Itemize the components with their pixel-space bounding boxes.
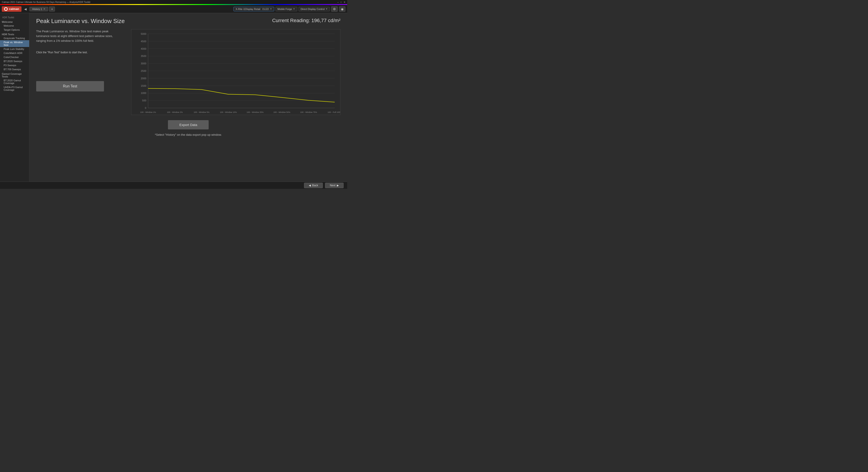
next-button[interactable]: Next ▶ bbox=[325, 183, 344, 188]
svg-text:100 - Full 100%: 100 - Full 100% bbox=[328, 111, 340, 113]
gear-button[interactable]: ⚙ bbox=[331, 6, 338, 12]
sidebar-item-peak-window[interactable]: Peak vs. Window Size bbox=[0, 40, 29, 47]
history-tab-close[interactable]: ✕ bbox=[43, 8, 45, 10]
history-note: *Select "History" on the data export pop… bbox=[36, 133, 340, 136]
settings-button[interactable]: ◉ bbox=[339, 6, 345, 12]
back-arrow-icon: ◀ bbox=[309, 184, 311, 187]
top-section: The Peak Luminance vs. Window Size test … bbox=[36, 29, 340, 115]
back-label: Back bbox=[312, 184, 318, 187]
content-area: Peak Luminance vs. Window Size Current R… bbox=[29, 13, 347, 181]
meter-arrow-icon: ▼ bbox=[270, 8, 272, 10]
svg-text:4500: 4500 bbox=[141, 40, 146, 43]
sidebar-item-uhda-p3-gamut[interactable]: UHDA-P3 Gamut Coverage bbox=[0, 85, 29, 92]
page-title: Peak Luminance vs. Window Size bbox=[36, 18, 125, 25]
top-right-controls: X-Rite i1Display Retail OLED ▼ Mobile Fo… bbox=[234, 6, 345, 12]
meter-label: X-Rite i1Display Retail bbox=[236, 8, 260, 10]
minimize-button[interactable]: – bbox=[337, 1, 339, 3]
svg-text:100 - Window 1%: 100 - Window 1% bbox=[140, 111, 156, 113]
svg-text:0: 0 bbox=[145, 107, 146, 109]
svg-text:100 - Window 25%: 100 - Window 25% bbox=[247, 111, 264, 113]
toolbar: calman ◀ History 1 ✕ + X-Rite i1Display … bbox=[0, 5, 347, 13]
sidebar-item-p3-sweeps[interactable]: P3 Sweeps bbox=[0, 63, 29, 67]
meter-sub-label: OLED bbox=[262, 8, 269, 10]
title-bar-controls[interactable]: – □ ✕ bbox=[337, 1, 345, 3]
sidebar-item-bt709-sweeps[interactable]: BT.709 Sweeps bbox=[0, 67, 29, 71]
chart-svg: 5000 4500 4000 3500 3000 2500 2000 1500 bbox=[131, 29, 340, 115]
title-bar-text: Calman 2021 Calman Ultimate for Business… bbox=[2, 1, 90, 3]
description-text: The Peak Luminance vs. Window Size test … bbox=[36, 29, 122, 43]
sidebar-item-colormatch[interactable]: ColorMatch HDR bbox=[0, 51, 29, 55]
display-label: Direct Display Control bbox=[301, 8, 324, 10]
sidebar-item-colorchecker[interactable]: ColorChecker bbox=[0, 55, 29, 59]
sidebar: HDR Toolkit Welcome Welcome Target Optio… bbox=[0, 13, 29, 181]
svg-text:100 - Window 10%: 100 - Window 10% bbox=[220, 111, 237, 113]
display-dropdown[interactable]: Direct Display Control ▼ bbox=[299, 7, 330, 11]
svg-text:3500: 3500 bbox=[141, 55, 146, 57]
sidebar-item-welcome[interactable]: Welcome bbox=[0, 24, 29, 28]
sidebar-item-bt2020-gamut[interactable]: BT.2020 Gamut Coverage bbox=[0, 78, 29, 85]
svg-point-0 bbox=[5, 8, 7, 10]
svg-text:3000: 3000 bbox=[141, 62, 146, 65]
close-button[interactable]: ✕ bbox=[344, 1, 345, 3]
history-tab-area: History 1 ✕ + bbox=[29, 6, 232, 11]
back-button[interactable]: ◀ Back bbox=[304, 183, 323, 188]
chart-container: 5000 4500 4000 3500 3000 2500 2000 1500 bbox=[131, 29, 340, 115]
display-arrow-icon: ▼ bbox=[326, 8, 328, 10]
svg-text:5000: 5000 bbox=[141, 33, 146, 35]
nav-arrow-button[interactable]: ◀ bbox=[23, 6, 28, 12]
forge-arrow-icon: ▼ bbox=[293, 8, 295, 10]
svg-text:1500: 1500 bbox=[141, 85, 146, 87]
forge-label: Mobile Forge bbox=[278, 8, 292, 10]
next-label: Next bbox=[330, 184, 336, 187]
current-reading: Current Reading: 196,77 cd/m² bbox=[272, 18, 340, 24]
description-area: The Peak Luminance vs. Window Size test … bbox=[36, 29, 122, 115]
svg-text:500: 500 bbox=[142, 99, 146, 102]
bottom-bar: ◀ Back Next ▶ bbox=[0, 181, 347, 189]
run-test-button[interactable]: Run Test bbox=[36, 81, 104, 92]
sidebar-item-grayscale[interactable]: Grayscale Tracking bbox=[0, 36, 29, 40]
svg-text:2500: 2500 bbox=[141, 70, 146, 72]
svg-text:100 - Window 75%: 100 - Window 75% bbox=[300, 111, 317, 113]
forge-dropdown[interactable]: Mobile Forge ▼ bbox=[276, 7, 297, 11]
title-bar: Calman 2021 Calman Ultimate for Business… bbox=[0, 0, 347, 4]
welcome-section-title: Welcome bbox=[0, 20, 29, 24]
export-data-button[interactable]: Export Data bbox=[168, 120, 209, 129]
main-layout: HDR Toolkit Welcome Welcome Target Optio… bbox=[0, 13, 347, 181]
click-instruction: Click the "Run Test" button to start the… bbox=[36, 51, 122, 54]
sidebar-item-peak-lum[interactable]: Peak Lum Stability bbox=[0, 47, 29, 51]
svg-text:2000: 2000 bbox=[141, 77, 146, 80]
next-arrow-icon: ▶ bbox=[337, 184, 339, 187]
luminance-chart-line bbox=[148, 89, 335, 102]
maximize-button[interactable]: □ bbox=[340, 1, 342, 3]
svg-text:1000: 1000 bbox=[141, 92, 146, 94]
hdr-toolkit-label: HDR Toolkit bbox=[0, 15, 29, 20]
sidebar-item-bt2020-sweeps[interactable]: BT.2020 Sweeps bbox=[0, 59, 29, 63]
svg-text:100 - Window 50%: 100 - Window 50% bbox=[273, 111, 290, 113]
hdr-tests-title: HDR Tests bbox=[0, 32, 29, 36]
meter-dropdown[interactable]: X-Rite i1Display Retail OLED ▼ bbox=[234, 7, 274, 11]
logo-icon bbox=[4, 7, 8, 11]
svg-text:4000: 4000 bbox=[141, 47, 146, 50]
logo-area[interactable]: calman bbox=[2, 6, 22, 12]
history-tab-label: History 1 bbox=[32, 8, 42, 10]
logo-text: calman bbox=[9, 7, 19, 11]
history-tab[interactable]: History 1 ✕ bbox=[29, 7, 48, 11]
svg-text:100 - Window 2%: 100 - Window 2% bbox=[167, 111, 183, 113]
bottom-section: Export Data *Select "History" on the dat… bbox=[36, 120, 340, 136]
sidebar-item-target-options[interactable]: Target Options bbox=[0, 28, 29, 32]
svg-text:100 - Window 5%: 100 - Window 5% bbox=[194, 111, 210, 113]
gamut-tests-title: Gamut Coverage Tests bbox=[0, 71, 29, 78]
add-tab-button[interactable]: + bbox=[49, 6, 55, 11]
